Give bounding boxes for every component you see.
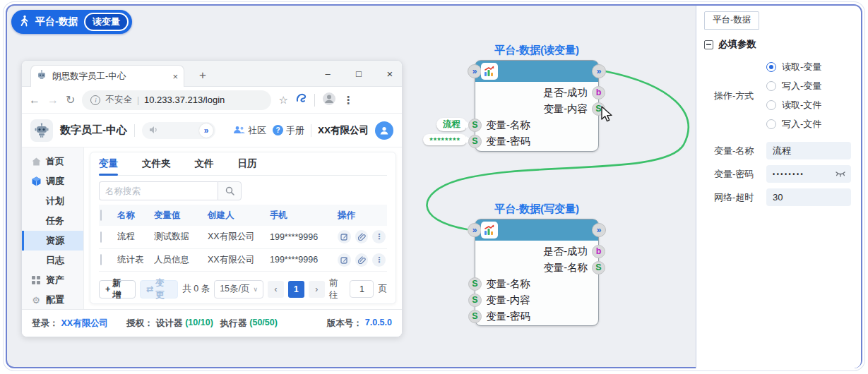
bool-port[interactable]: b bbox=[592, 245, 605, 258]
node-header[interactable]: » » bbox=[475, 61, 598, 82]
maximize-icon[interactable]: □ bbox=[354, 68, 364, 79]
attach-icon[interactable] bbox=[355, 253, 369, 267]
eye-closed-icon[interactable] bbox=[835, 169, 846, 180]
node-header[interactable]: » » bbox=[475, 219, 598, 241]
panel-tab[interactable]: 平台-数据 bbox=[704, 11, 759, 30]
radio-icon[interactable] bbox=[766, 119, 776, 129]
radio-read-variable[interactable]: 读取-变量 bbox=[766, 61, 821, 73]
radio-selected-icon[interactable] bbox=[766, 62, 776, 72]
row-checkbox[interactable] bbox=[100, 254, 102, 265]
flow-in-port[interactable]: » bbox=[468, 64, 482, 78]
tab-files[interactable]: 文件 bbox=[195, 152, 214, 175]
add-label: 新增 bbox=[112, 277, 129, 301]
executor-count: (50/50) bbox=[249, 318, 278, 330]
table-row[interactable]: 统计表 人员信息 XX有限公司 199****9996 ⋮ bbox=[99, 248, 387, 271]
browser-menu-icon[interactable]: ⋮ bbox=[343, 94, 354, 107]
input-value-pill[interactable]: 流程 bbox=[436, 118, 467, 131]
edit-icon[interactable] bbox=[338, 230, 351, 243]
radio-icon[interactable] bbox=[766, 100, 776, 110]
row-checkbox[interactable] bbox=[100, 231, 102, 243]
bool-port[interactable]: b bbox=[592, 86, 605, 99]
table-row[interactable]: 流程 测试数据 XX有限公司 199****9996 ⋮ bbox=[99, 226, 387, 248]
node-read-variable[interactable]: » » 是否-成功 b 变量-内容 S 流程 bbox=[475, 60, 599, 152]
string-port[interactable]: S bbox=[468, 310, 482, 323]
change-button[interactable]: ⇄ 变更 bbox=[140, 280, 179, 298]
network-timeout-input[interactable]: 30 bbox=[766, 188, 851, 206]
prev-page-button[interactable]: ‹ bbox=[268, 281, 284, 298]
executor-label: 执行器 bbox=[220, 318, 247, 330]
password-dots: •••••••• bbox=[773, 171, 804, 178]
close-window-icon[interactable]: × bbox=[385, 68, 395, 80]
variable-name-input[interactable]: 流程 bbox=[766, 142, 851, 159]
reload-icon[interactable]: ↻ bbox=[66, 93, 75, 107]
search-input[interactable] bbox=[99, 181, 218, 200]
radio-write-file[interactable]: 写入-文件 bbox=[766, 118, 821, 131]
col-creator[interactable]: 创建人 bbox=[206, 205, 268, 226]
extension-icon[interactable] bbox=[295, 92, 307, 107]
sidebar-item-settings[interactable]: ⚙ 配置 bbox=[22, 290, 83, 310]
minimize-icon[interactable]: – bbox=[323, 68, 333, 79]
sidebar-item-plan[interactable]: 计划 bbox=[22, 191, 83, 211]
string-port[interactable]: S bbox=[468, 294, 482, 307]
workflow-step-badge[interactable]: 平台-数据 读变量 bbox=[11, 10, 132, 34]
string-port[interactable]: S bbox=[468, 135, 482, 148]
back-icon[interactable]: ← bbox=[29, 94, 40, 107]
string-port[interactable]: S bbox=[468, 119, 482, 132]
col-name[interactable]: 名称 bbox=[116, 205, 153, 226]
cube-icon bbox=[31, 176, 41, 186]
node-output-row: 是否-成功 b bbox=[475, 243, 598, 260]
profile-icon[interactable] bbox=[322, 92, 336, 109]
sidebar-item-home[interactable]: 首页 bbox=[22, 152, 83, 171]
expand-chevrons-icon[interactable]: » bbox=[199, 123, 213, 138]
info-icon[interactable]: i bbox=[90, 95, 100, 105]
edit-icon[interactable] bbox=[338, 253, 351, 267]
required-params-section[interactable]: 必填参数 bbox=[704, 38, 851, 51]
browser-tab[interactable]: 朗思数字员工-中心 × bbox=[30, 65, 184, 87]
more-icon[interactable]: ⋮ bbox=[372, 230, 386, 243]
tab-calendar[interactable]: 日历 bbox=[238, 152, 257, 175]
sidebar-item-log[interactable]: 日志 bbox=[22, 251, 83, 270]
window-controls: – □ × bbox=[323, 61, 395, 87]
radio-read-file[interactable]: 读取-文件 bbox=[766, 99, 821, 111]
badge-tag: 读变量 bbox=[84, 13, 129, 31]
login-company-link[interactable]: XX有限公司 bbox=[61, 318, 109, 330]
goto-label: 前往 bbox=[329, 277, 346, 301]
sidebar-item-task[interactable]: 任务 bbox=[22, 211, 83, 231]
radio-write-variable[interactable]: 写入-变量 bbox=[766, 80, 821, 92]
user-avatar[interactable] bbox=[375, 121, 393, 140]
header-checkbox[interactable] bbox=[100, 210, 102, 221]
input-value-pill[interactable]: ******** bbox=[423, 134, 467, 145]
flow-out-port[interactable]: » bbox=[592, 64, 606, 78]
node-write-variable[interactable]: » » 是否-成功 b 变量-名称 S S 变 bbox=[475, 219, 599, 326]
manual-link[interactable]: ? 手册 bbox=[273, 124, 304, 137]
url-field[interactable]: i 不安全 | 10.233.37.213/login bbox=[82, 90, 271, 110]
goto-page-input[interactable] bbox=[350, 280, 374, 298]
community-link[interactable]: 社区 bbox=[233, 124, 266, 137]
flow-out-port[interactable]: » bbox=[592, 223, 606, 237]
col-value[interactable]: 变量值 bbox=[153, 205, 206, 226]
radio-icon[interactable] bbox=[766, 81, 776, 91]
add-button[interactable]: + 新增 bbox=[99, 280, 136, 298]
flow-in-port[interactable]: » bbox=[468, 223, 482, 237]
new-tab-button[interactable]: + bbox=[194, 67, 211, 84]
search-button[interactable] bbox=[218, 181, 242, 200]
current-page-button[interactable]: 1 bbox=[288, 281, 304, 298]
next-page-button[interactable]: › bbox=[309, 281, 325, 298]
bookmark-star-icon[interactable]: ☆ bbox=[278, 94, 287, 107]
tab-folders[interactable]: 文件夹 bbox=[142, 152, 171, 175]
sidebar-item-resource[interactable]: 资源 bbox=[22, 231, 83, 251]
variable-password-input[interactable]: •••••••• bbox=[766, 165, 851, 183]
tab-variables[interactable]: 变量 bbox=[99, 152, 118, 175]
attach-icon[interactable] bbox=[355, 230, 369, 243]
sidebar-item-assets[interactable]: 资产 bbox=[22, 270, 83, 290]
tab-close-icon[interactable]: × bbox=[172, 71, 178, 82]
more-icon[interactable]: ⋮ bbox=[372, 253, 386, 267]
announcement-bar[interactable]: » bbox=[142, 122, 215, 139]
collapse-icon[interactable] bbox=[704, 40, 713, 49]
page-size-select[interactable]: 15条/页 ∨ bbox=[214, 280, 263, 298]
forward-icon[interactable]: → bbox=[47, 94, 59, 107]
string-port[interactable]: S bbox=[468, 277, 482, 291]
string-port[interactable]: S bbox=[592, 261, 605, 275]
col-phone[interactable]: 手机 bbox=[268, 205, 336, 226]
sidebar-item-schedule[interactable]: 调度 bbox=[22, 171, 83, 191]
